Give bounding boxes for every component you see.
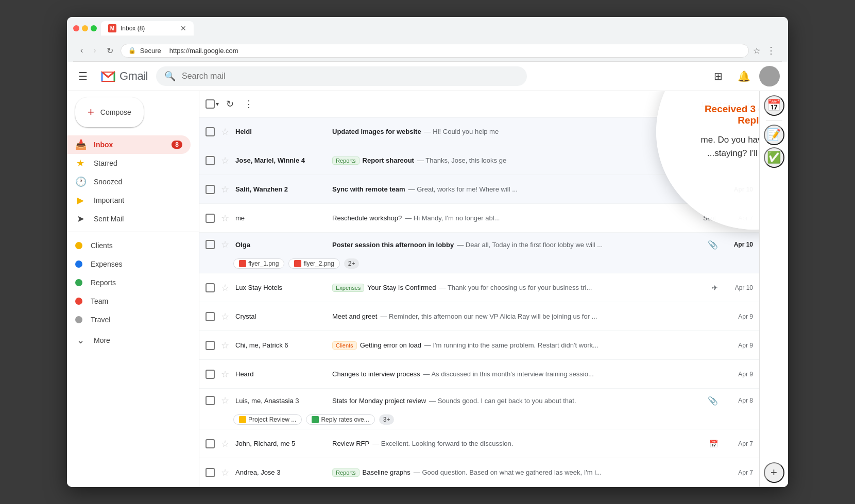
sent-icon: ➤ — [75, 213, 86, 224]
row-checkbox[interactable] — [206, 214, 215, 223]
select-all-checkbox[interactable] — [206, 99, 215, 109]
compose-plus-icon: + — [88, 106, 94, 119]
notifications-button[interactable]: 🔔 — [733, 66, 754, 86]
plane-icon: ✈ — [712, 284, 718, 292]
email-row[interactable]: ☆ Lux Stay Hotels Expenses Your Stay Is … — [199, 273, 759, 302]
account-avatar[interactable] — [759, 66, 780, 86]
address-bar[interactable]: 🔒 Secure https://mail.google.com — [121, 44, 749, 58]
email-subject-snippet: Expenses Your Stay Is Confirmed — Thank … — [332, 284, 708, 292]
apps-button[interactable]: ⊞ — [708, 66, 728, 86]
snippet-text: — Dear all, Today in the first floor lob… — [457, 241, 603, 249]
email-row[interactable]: ☆ Heidi Updated images for website — Hi!… — [199, 117, 759, 146]
refresh-button[interactable]: ↻ — [223, 95, 237, 113]
star-button[interactable]: ☆ — [219, 211, 231, 226]
sent-label: Sent Mail — [94, 215, 182, 223]
star-button[interactable]: ☆ — [219, 367, 231, 382]
keep-button[interactable]: 📝 — [764, 125, 784, 145]
row-checkbox[interactable] — [206, 185, 215, 194]
email-row[interactable]: ☆ Olga Poster session this afternoon in … — [199, 233, 759, 273]
compose-button[interactable]: + Compose — [75, 97, 144, 127]
tab-close-button[interactable]: ✕ — [180, 24, 186, 32]
row-checkbox[interactable] — [206, 396, 215, 405]
calendar-sidebar-button[interactable]: 📅 — [764, 95, 784, 116]
row-checkbox[interactable] — [206, 127, 215, 136]
email-row[interactable]: ☆ Andrea, Jose 3 Reports Baseline graphs… — [199, 458, 759, 487]
row-checkbox[interactable] — [206, 439, 215, 448]
star-button[interactable]: ☆ — [219, 436, 231, 451]
row-checkbox[interactable] — [206, 156, 215, 165]
subject-text: Review RFP — [332, 440, 369, 447]
sender-name: Jose, Mariel, Winnie 4 — [235, 157, 328, 164]
email-date: Apr 9 — [722, 371, 753, 378]
browser-tab[interactable]: M Inbox (8) ✕ — [101, 21, 194, 36]
attachment-name: Project Review ... — [248, 416, 296, 423]
extensions-button[interactable]: ⋮ — [764, 43, 778, 58]
sidebar-item-more[interactable]: ⌄ More — [67, 331, 191, 350]
sidebar-item-team[interactable]: Team — [67, 292, 191, 310]
search-icon: 🔍 — [164, 71, 176, 82]
back-button[interactable]: ‹ — [77, 44, 86, 57]
gmail-body: + Compose 📥 Inbox 8 ★ Starred 🕐 Snoozed — [67, 91, 788, 487]
attachment-chips: Project Review ... Reply rates ove... 3+ — [233, 414, 394, 425]
star-button[interactable]: ☆ — [219, 237, 231, 252]
reports-dot — [75, 279, 82, 286]
email-row[interactable]: ☆ Chi, me, Patrick 6 Clients Getting err… — [199, 331, 759, 360]
sidebar-item-clients[interactable]: Clients — [67, 236, 191, 255]
row-checkbox[interactable] — [206, 370, 215, 379]
email-row[interactable]: ☆ John, Richard, me 5 Review RFP — Excel… — [199, 429, 759, 458]
bookmark-button[interactable]: ☆ — [753, 46, 760, 56]
sidebar-item-important[interactable]: ▶ Important — [67, 191, 191, 210]
row-checkbox[interactable] — [206, 468, 215, 477]
email-row[interactable]: ☆ Luis, me, Anastasia 3 Stats for Monday… — [199, 389, 759, 429]
attachment-chip[interactable]: flyer_2.png — [288, 258, 339, 269]
tasks-button[interactable]: ✅ — [764, 147, 784, 168]
sidebar-item-sent[interactable]: ➤ Sent Mail — [67, 210, 191, 228]
email-subject-snippet: Sync with remote team — Great, works for… — [332, 185, 718, 193]
email-subject-snippet: Review RFP — Excellent. Looking forward … — [332, 440, 705, 447]
search-input[interactable] — [182, 72, 519, 81]
email-subject-snippet: Changes to interview process — As discus… — [332, 370, 718, 378]
close-button[interactable] — [73, 25, 79, 31]
sidebar-item-starred[interactable]: ★ Starred — [67, 154, 191, 172]
sender-name: Heidi — [235, 128, 328, 135]
header-right: ⊞ 🔔 — [708, 66, 780, 86]
star-button[interactable]: ☆ — [219, 309, 231, 324]
star-button[interactable]: ☆ — [219, 280, 231, 296]
sidebar-item-reports[interactable]: Reports — [67, 273, 191, 292]
star-button[interactable]: ☆ — [219, 465, 231, 480]
forward-button[interactable]: › — [90, 44, 99, 57]
attachment-chip[interactable]: Reply rates ove... — [306, 414, 374, 425]
more-options-button[interactable]: ⋮ — [241, 95, 256, 113]
email-row[interactable]: ☆ Crystal Meet and greet — Reminder, thi… — [199, 302, 759, 331]
minimize-button[interactable] — [82, 25, 88, 31]
reload-button[interactable]: ↻ — [104, 44, 116, 58]
select-dropdown-arrow[interactable]: ▾ — [216, 100, 219, 108]
sidebar-item-snoozed[interactable]: 🕐 Snoozed — [67, 172, 191, 191]
row-checkbox[interactable] — [206, 341, 215, 350]
star-button[interactable]: ☆ — [219, 393, 231, 408]
attachment-chip[interactable]: Project Review ... — [233, 414, 302, 425]
row-checkbox[interactable] — [206, 240, 215, 249]
add-sidebar-button[interactable]: + — [764, 462, 784, 483]
calendar-icon: 📅 — [709, 440, 718, 448]
row-checkbox[interactable] — [206, 312, 215, 321]
star-button[interactable]: ☆ — [219, 182, 231, 197]
browser-window: M Inbox (8) ✕ ‹ › ↻ 🔒 Secure https://mai… — [67, 17, 788, 487]
star-button[interactable]: ☆ — [219, 338, 231, 353]
subject-text: Report shareout — [363, 157, 414, 164]
image-attachment-icon — [239, 260, 246, 267]
sidebar-item-expenses[interactable]: Expenses — [67, 255, 191, 273]
sidebar-item-inbox[interactable]: 📥 Inbox 8 — [67, 135, 191, 154]
attachment-chip[interactable]: flyer_1.png — [233, 258, 284, 269]
email-row[interactable]: ☆ me Reschedule workshop? — Hi Mandy, I'… — [199, 204, 759, 233]
star-button[interactable]: ☆ — [219, 124, 231, 140]
star-button[interactable]: ☆ — [219, 153, 231, 168]
inbox-label: Inbox — [94, 141, 163, 149]
hamburger-menu-button[interactable]: ☰ — [75, 67, 91, 85]
maximize-button[interactable] — [91, 25, 97, 31]
sidebar-item-travel[interactable]: Travel — [67, 310, 191, 329]
email-row[interactable]: ☆ Heard Changes to interview process — A… — [199, 360, 759, 389]
sidebar: + Compose 📥 Inbox 8 ★ Starred 🕐 Snoozed — [67, 91, 199, 487]
gmail-search-bar[interactable]: 🔍 — [156, 66, 527, 86]
row-checkbox[interactable] — [206, 283, 215, 292]
